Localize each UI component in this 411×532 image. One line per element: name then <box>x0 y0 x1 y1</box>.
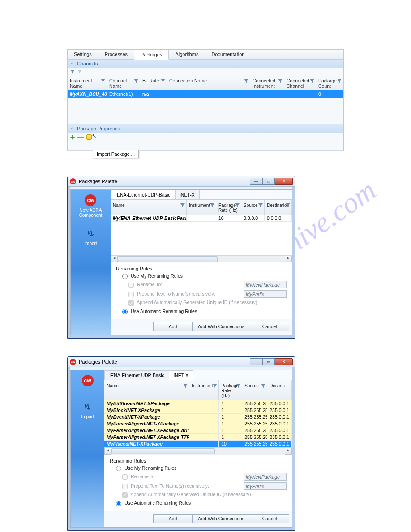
col-connected-instrument[interactable]: Connected Instrument <box>250 77 284 90</box>
tab-documentation[interactable]: Documentation <box>205 50 251 59</box>
filter-icon[interactable] <box>244 79 248 85</box>
prepend-input[interactable] <box>244 482 287 490</box>
filter-icon[interactable] <box>180 203 185 209</box>
rename-to-input[interactable] <box>244 281 287 288</box>
filter-icon[interactable] <box>261 384 265 389</box>
cancel-button[interactable]: Cancel <box>250 322 289 331</box>
col-connection-name[interactable]: Connection Name <box>167 77 250 90</box>
scroll-right-icon[interactable]: ► <box>285 448 292 455</box>
col-instrument-name[interactable]: Instrument Name <box>68 77 107 90</box>
append-id-checkbox[interactable]: Append Automatically Generated Unique ID… <box>122 492 251 498</box>
use-auto-rules-radio[interactable]: Use Automatic Renaming Rules <box>116 500 191 506</box>
package-list-body[interactable]: MyIENA-Ethernet-UDP-BasicPackage 10 0.0.… <box>111 215 292 255</box>
package-properties-header[interactable]: ⌃ Package Properties <box>68 124 343 133</box>
prepend-input[interactable] <box>244 290 287 298</box>
scroll-left-icon[interactable]: ◄ <box>111 256 118 262</box>
new-acra-icon[interactable]: cw <box>85 194 96 206</box>
col-bit-rate[interactable]: Bit Rate <box>140 77 167 90</box>
filter-icon[interactable] <box>101 79 105 85</box>
add-button[interactable]: Add <box>153 322 193 331</box>
titlebar[interactable]: cw Packages Palette ― ▭ ✕ <box>68 357 295 367</box>
col-dest[interactable]: Destination <box>265 200 292 215</box>
filter-icon[interactable] <box>161 79 165 85</box>
add-with-connections-button[interactable]: Add With Connections <box>192 514 250 523</box>
filter-icon[interactable] <box>337 79 342 85</box>
tab-settings[interactable]: Settings <box>68 50 98 59</box>
use-my-rules-radio[interactable]: Use My Renaming Rules <box>122 273 183 279</box>
filter-icon[interactable] <box>278 79 283 85</box>
tab-algorithms[interactable]: Algorithms <box>169 50 205 59</box>
new-acra-label[interactable]: New ACRA Component <box>71 208 111 218</box>
col-rate[interactable]: Package Rate (Hz) <box>216 200 241 215</box>
filter-clear-icon[interactable] <box>77 70 82 75</box>
use-auto-rules-radio[interactable]: Use Automatic Renaming Rules <box>122 309 197 314</box>
scroll-right-icon[interactable]: ► <box>285 256 292 262</box>
scroll-thumb[interactable] <box>111 448 214 454</box>
close-button[interactable]: ✕ <box>275 358 293 365</box>
new-acra-icon[interactable]: cw <box>82 375 94 386</box>
package-row[interactable]: MyIENA-Ethernet-UDP-BasicPackage 10 0.0.… <box>111 215 292 222</box>
col-name[interactable]: Name <box>104 380 189 400</box>
minimize-button[interactable]: ― <box>250 358 262 365</box>
add-with-connections-button[interactable]: Add With Connections <box>192 322 250 331</box>
maximize-button[interactable]: ▭ <box>262 358 275 365</box>
package-list-body[interactable]: MyBitStreamiNET-XPackage1255.255.255.255… <box>104 400 292 447</box>
maximize-button[interactable]: ▭ <box>262 178 275 185</box>
rename-to-input[interactable] <box>244 473 287 481</box>
filter-icon[interactable] <box>213 384 217 389</box>
import-icon[interactable]: ↯ <box>82 401 93 413</box>
col-rate[interactable]: Package Rate (Hz) <box>219 380 242 400</box>
tab-iena[interactable]: IENA-Ethernet-UDP-Basic <box>111 190 176 199</box>
package-row[interactable]: MyParserAlignediNET-XPackage1255.255.255… <box>104 420 292 427</box>
col-source[interactable]: Source <box>241 200 265 215</box>
filter-icon[interactable] <box>134 79 138 85</box>
remove-icon[interactable]: — <box>77 135 84 140</box>
import-label[interactable]: Import <box>84 241 97 246</box>
tab-inetx[interactable]: iNET-X <box>169 370 193 380</box>
use-my-rules-radio[interactable]: Use My Renaming Rules <box>116 465 176 471</box>
channels-section-header[interactable]: ⌃ Channels <box>68 60 343 68</box>
package-row[interactable]: MyBitStreamiNET-XPackage1255.255.255.255… <box>104 400 292 407</box>
minimize-button[interactable]: ― <box>250 178 262 185</box>
col-source[interactable]: Source <box>242 380 267 400</box>
tab-processes[interactable]: Processes <box>98 50 134 59</box>
rename-to-checkbox[interactable]: Rename To: <box>122 474 156 480</box>
cancel-button[interactable]: Cancel <box>250 514 289 523</box>
col-instrument[interactable]: Instrument <box>189 380 219 400</box>
scroll-thumb[interactable] <box>118 256 218 262</box>
tab-inetx[interactable]: iNET-X <box>175 190 200 199</box>
rename-to-checkbox[interactable]: Rename To: <box>128 282 162 287</box>
filter-icon[interactable] <box>70 70 75 75</box>
filter-icon[interactable] <box>310 79 314 85</box>
filter-icon[interactable] <box>235 203 240 209</box>
col-channel-name[interactable]: Channel Name <box>107 77 140 90</box>
filter-icon[interactable] <box>210 203 214 209</box>
col-dest[interactable]: Destina <box>267 380 292 400</box>
prepend-checkbox[interactable]: Prepend Text To Name(s) recursively: <box>128 291 215 297</box>
col-instrument[interactable]: Instrument <box>187 200 216 215</box>
package-row[interactable]: MyBlockiNET-XPackage1255.255.255.255235.… <box>104 407 292 414</box>
col-connected-channel[interactable]: Connected Channel <box>284 77 316 90</box>
import-icon[interactable]: ↯ <box>85 227 96 240</box>
package-row[interactable]: MyParserAlignediNET-XPackage-TTP1255.255… <box>104 434 292 441</box>
package-row[interactable]: MyParserAlignediNET-XPackage-Arinc-42912… <box>104 427 292 434</box>
add-button[interactable]: Add <box>153 514 193 523</box>
close-button[interactable]: ✕ <box>275 178 293 185</box>
channel-row-selected[interactable]: MyAXN_BCU_401 Ethernet(1) n/a 0 <box>68 90 343 98</box>
filter-icon[interactable] <box>258 203 263 209</box>
package-row[interactable]: MyPlacediNET-XPackage10255.255.255.25523… <box>104 441 292 447</box>
tab-iena[interactable]: IENA-Ethernet-UDP-Basic <box>104 370 169 380</box>
col-name[interactable]: Name <box>111 200 187 215</box>
col-package-count[interactable]: Package Count <box>316 77 343 90</box>
scroll-left-icon[interactable]: ◄ <box>104 448 111 455</box>
titlebar[interactable]: cw Packages Palette ― ▭ ✕ <box>68 176 295 187</box>
horizontal-scrollbar[interactable]: ◄ ► <box>111 255 292 262</box>
filter-icon[interactable] <box>183 384 188 389</box>
add-icon[interactable]: ✚ <box>70 134 75 141</box>
append-id-checkbox[interactable]: Append Automatically Generated Unique ID… <box>128 300 257 305</box>
filter-icon[interactable] <box>286 203 290 209</box>
tab-packages[interactable]: Packages <box>134 50 169 60</box>
prepend-checkbox[interactable]: Prepend Text To Name(s) recursively: <box>122 483 209 489</box>
filter-icon[interactable] <box>236 384 240 389</box>
package-row[interactable]: MyEventiNET-XPackage1255.255.255.255235.… <box>104 414 292 420</box>
